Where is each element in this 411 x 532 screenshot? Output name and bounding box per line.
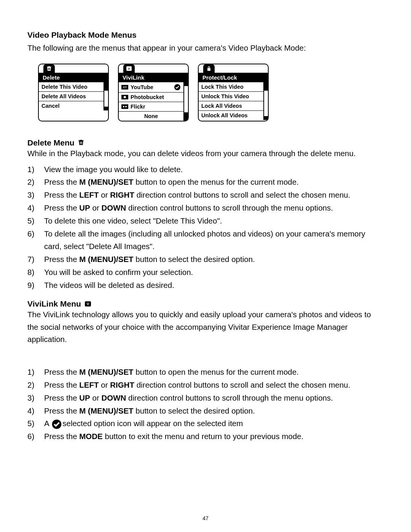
scrollbar	[104, 82, 108, 110]
vivilink-icon: V	[85, 299, 91, 308]
step-item: View the image you would like to delete.	[27, 163, 384, 176]
delete-menu-preview: Delete Delete This Video Delete All Vide…	[38, 64, 109, 121]
bold-text: M (MENU)/SET	[79, 367, 133, 376]
svg-rect-16	[81, 142, 82, 144]
delete-menu-items: Delete This Video Delete All Videos Canc…	[39, 82, 104, 110]
svg-text:YT: YT	[123, 86, 127, 89]
menu-item-label: None	[144, 113, 158, 119]
menu-item: Lock This Video	[199, 82, 263, 91]
page-heading-text: Video Playback Mode Menus	[27, 30, 137, 40]
page-heading: Video Playback Mode Menus	[27, 30, 384, 40]
photobucket-icon	[121, 95, 128, 99]
bold-text: UP	[79, 203, 90, 212]
menu-item-label: Lock This Video	[201, 84, 244, 90]
delete-steps: View the image you would like to delete.…	[27, 163, 384, 292]
svg-point-9	[124, 96, 126, 98]
step-item: To delete this one video, select "Delete…	[27, 214, 384, 227]
bold-text: DOWN	[101, 203, 126, 212]
bold-text: M (MENU)/SET	[79, 177, 133, 186]
bold-text: RIGHT	[110, 380, 134, 389]
step-item: Press the MODE button to exit the menu a…	[27, 430, 384, 443]
vivilink-section: ViviLink Menu V The ViviLink technology …	[27, 299, 384, 443]
delete-menu-header: Delete	[39, 64, 108, 82]
step-item: The videos will be deleted as desired.	[27, 279, 384, 292]
bold-text: MODE	[79, 432, 103, 441]
bold-text: DOWN	[101, 393, 126, 402]
menu-item-label: Photobucket	[131, 94, 164, 100]
vivilink-menu-preview: V ViviLink YT YouTube Photobucket Flickr	[118, 64, 189, 121]
step-item: Press the LEFT or RIGHT direction contro…	[27, 189, 384, 201]
delete-section: Delete Menu While in the Playback mode, …	[27, 138, 384, 292]
svg-text:V: V	[128, 67, 130, 70]
delete-section-text: While in the Playback mode, you can dele…	[27, 147, 384, 160]
scrollbar	[263, 82, 268, 120]
menu-item-label: Unlock This Video	[201, 93, 249, 99]
protect-menu-title: Protect/Lock	[199, 73, 268, 82]
step-item: Press the M (MENU)/SET button to select …	[27, 253, 384, 266]
vivilink-section-title-text: ViviLink Menu	[27, 299, 81, 308]
intro-text: The following are the menus that appear …	[27, 42, 384, 54]
youtube-icon: YT	[121, 85, 128, 89]
step-item: Press the M (MENU)/SET button to open th…	[27, 366, 384, 379]
selected-check-icon	[174, 84, 181, 91]
step-item: To delete all the images (including all …	[27, 227, 384, 253]
vivilink-menu-title: ViviLink	[119, 73, 188, 82]
menu-item-label: Cancel	[41, 103, 60, 109]
svg-rect-14	[80, 142, 80, 144]
menu-item-label: YouTube	[131, 84, 153, 90]
delete-section-title: Delete Menu	[27, 138, 384, 147]
vivilink-menu-items: YT YouTube Photobucket Flickr None	[119, 82, 183, 121]
menu-item: Cancel	[39, 101, 104, 110]
menu-item: Delete This Video	[39, 82, 104, 91]
svg-rect-15	[81, 142, 81, 144]
vivilink-menu-header: V ViviLink	[119, 64, 188, 82]
svg-text:V: V	[87, 302, 89, 306]
menu-item: Delete All Videos	[39, 91, 104, 101]
bold-text: LEFT	[79, 380, 99, 389]
step-item: Press the LEFT or RIGHT direction contro…	[27, 379, 384, 391]
protect-menu-items: Lock This Video Unlock This Video Lock A…	[199, 82, 263, 120]
check-circle-icon	[52, 419, 62, 429]
menu-item-label: Delete All Videos	[41, 93, 86, 99]
menu-item: Unlock All Videos	[199, 110, 263, 120]
svg-rect-13	[207, 68, 210, 71]
step-item: Press the UP or DOWN direction control b…	[27, 391, 384, 404]
menu-item: Flickr	[119, 102, 183, 111]
bold-text: M (MENU)/SET	[79, 406, 133, 415]
menu-item: YT YouTube	[119, 82, 183, 92]
menu-item: Lock All Videos	[199, 101, 263, 110]
protect-menu-preview: Protect/Lock Lock This Video Unlock This…	[198, 64, 269, 121]
lock-icon	[203, 64, 215, 73]
svg-rect-10	[121, 104, 128, 109]
trash-icon	[78, 138, 84, 147]
step-item: A selected option icon will appear on th…	[27, 417, 384, 430]
flickr-icon	[121, 104, 128, 109]
svg-rect-1	[49, 68, 49, 70]
menu-item: None	[119, 111, 183, 121]
svg-rect-0	[48, 68, 49, 70]
menu-item-label: Unlock All Videos	[201, 112, 248, 118]
protect-menu-header: Protect/Lock	[199, 64, 268, 82]
vivilink-section-text: The ViviLink technology allows you to qu…	[27, 308, 384, 346]
menu-previews-row: Delete Delete This Video Delete All Vide…	[38, 64, 384, 121]
trash-icon	[43, 64, 55, 73]
bold-text: RIGHT	[110, 190, 134, 199]
menu-item: Photobucket	[119, 92, 183, 102]
bold-text: UP	[79, 393, 90, 402]
menu-item-label: Lock All Videos	[201, 103, 242, 109]
step-item: You will be asked to confirm your select…	[27, 266, 384, 279]
svg-rect-2	[50, 68, 50, 70]
vivilink-icon: V	[123, 64, 135, 73]
step-item: Press the UP or DOWN direction control b…	[27, 201, 384, 214]
step-item: Press the M (MENU)/SET button to open th…	[27, 176, 384, 189]
vivilink-section-title: ViviLink Menu V	[27, 299, 384, 308]
svg-point-12	[125, 106, 127, 107]
delete-menu-title: Delete	[39, 73, 108, 82]
delete-section-title-text: Delete Menu	[27, 138, 75, 147]
page-number: 47	[0, 515, 411, 521]
scrollbar	[183, 82, 188, 121]
menu-item-label: Delete This Video	[41, 84, 88, 90]
vivilink-steps: Press the M (MENU)/SET button to open th…	[27, 366, 384, 443]
svg-point-11	[123, 106, 124, 107]
step-item: Press the M (MENU)/SET button to select …	[27, 404, 384, 417]
